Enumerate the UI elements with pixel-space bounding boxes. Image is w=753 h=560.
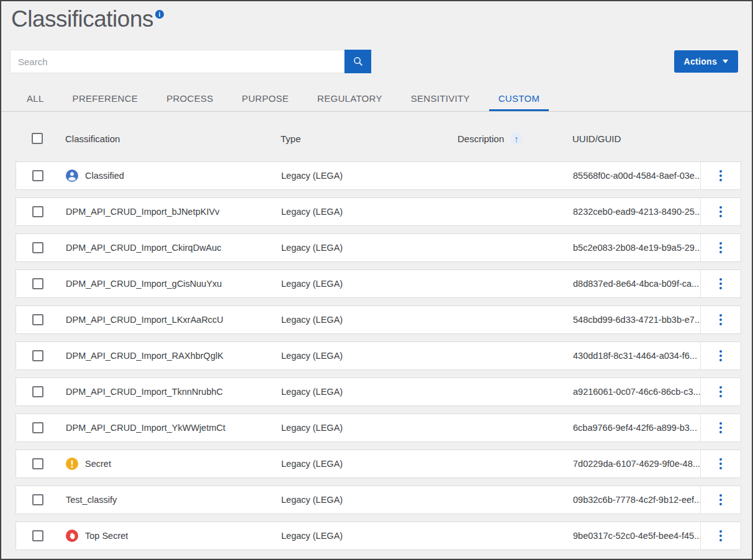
kebab-menu-icon (716, 346, 726, 365)
stop-hand-icon (66, 530, 78, 542)
row-name: DPM_API_CRUD_Import_CkirqDwAuc (66, 243, 222, 253)
row-type: Legacy (LEGA) (281, 351, 458, 361)
tab-purpose[interactable]: PURPOSE (233, 87, 298, 111)
tab-preference[interactable]: PREFERENCE (63, 87, 148, 111)
row-checkbox[interactable] (32, 242, 43, 253)
row-type: Legacy (LEGA) (281, 207, 458, 217)
row-checkbox[interactable] (32, 170, 43, 181)
select-all-checkbox[interactable] (32, 133, 43, 144)
header-checkbox-cell (16, 133, 65, 144)
column-header-description[interactable]: Description (458, 133, 504, 144)
row-type: Legacy (LEGA) (281, 531, 458, 541)
row-checkbox-cell (16, 242, 66, 253)
row-type: Legacy (LEGA) (281, 171, 458, 181)
row-checkbox[interactable] (32, 350, 43, 361)
row-uuid: 430dd18f-8c31-4464-a034-f6... (573, 351, 700, 361)
row-uuid: 09b32c6b-7778-4c2f-9b12-eef... (573, 495, 700, 505)
table-row[interactable]: DPM_API_CRUD_Import_gCisNuuYxu Legacy (L… (16, 269, 741, 298)
row-menu-button[interactable] (700, 234, 741, 261)
tab-regulatory[interactable]: REGULATORY (308, 87, 392, 111)
table-row[interactable]: DPM_API_CRUD_Import_CkirqDwAuc Legacy (L… (16, 233, 741, 262)
tab-sensitivity[interactable]: SENSITIVITY (402, 87, 479, 111)
row-type: Legacy (LEGA) (281, 495, 458, 505)
row-checkbox[interactable] (32, 458, 43, 469)
row-checkbox[interactable] (32, 386, 43, 397)
tab-process[interactable]: PROCESS (157, 87, 222, 111)
kebab-menu-icon (716, 310, 726, 329)
row-type: Legacy (LEGA) (281, 243, 458, 253)
kebab-menu-icon (716, 382, 726, 401)
row-menu-button[interactable] (700, 450, 741, 477)
row-checkbox[interactable] (32, 494, 43, 505)
row-name: DPM_API_CRUD_Import_TknnNrubhC (66, 387, 223, 397)
table-row[interactable]: DPM_API_CRUD_Import_LKxrAaRccU Legacy (L… (16, 305, 741, 334)
row-menu-button[interactable] (700, 414, 741, 441)
row-checkbox-cell (16, 170, 66, 181)
table-row[interactable]: DPM_API_CRUD_Import_RAXhbrQglK Legacy (L… (16, 341, 741, 370)
kebab-menu-icon (716, 526, 726, 545)
table-row[interactable]: DPM_API_CRUD_Import_YkWWjetmCt Legacy (L… (16, 413, 741, 442)
row-uuid: d8d837ed-8e64-4bca-b09f-ca... (573, 279, 700, 289)
search-input[interactable] (10, 50, 345, 73)
tab-all[interactable]: ALL (17, 87, 53, 111)
row-name: DPM_API_CRUD_Import_gCisNuuYxu (66, 279, 222, 289)
kebab-menu-icon (716, 454, 726, 473)
table-row[interactable]: DPM_API_CRUD_Import_TknnNrubhC Legacy (L… (16, 377, 741, 406)
row-checkbox-cell (16, 206, 66, 217)
row-checkbox-cell (16, 458, 66, 469)
row-name: DPM_API_CRUD_Import_bJNetpKIVv (66, 207, 219, 217)
tab-custom[interactable]: CUSTOM (489, 87, 549, 111)
row-checkbox-cell (16, 386, 66, 397)
row-menu-button[interactable] (700, 162, 741, 189)
table-row[interactable]: Secret Legacy (LEGA) 7d0229da-6107-4629-… (16, 449, 741, 478)
row-checkbox-cell (16, 494, 66, 505)
row-checkbox[interactable] (32, 206, 43, 217)
kebab-menu-icon (716, 418, 726, 437)
sort-ascending-icon[interactable]: ↑ (510, 132, 523, 145)
row-menu-button[interactable] (700, 270, 741, 297)
row-menu-button[interactable] (700, 306, 741, 333)
row-checkbox[interactable] (32, 314, 43, 325)
table-body: Classified Legacy (LEGA) 85568f0c-a00d-4… (1, 161, 752, 550)
row-menu-button[interactable] (700, 522, 741, 549)
row-menu-button[interactable] (700, 378, 741, 405)
actions-button[interactable]: Actions (674, 50, 738, 73)
column-header-classification[interactable]: Classification (65, 133, 120, 144)
warning-icon (66, 458, 78, 470)
search-button[interactable] (345, 50, 371, 73)
row-checkbox[interactable] (32, 530, 43, 541)
row-type: Legacy (LEGA) (281, 459, 458, 469)
row-checkbox[interactable] (32, 422, 43, 433)
row-type: Legacy (LEGA) (281, 279, 458, 289)
kebab-menu-icon (716, 238, 726, 257)
row-menu-button[interactable] (700, 198, 741, 225)
info-icon[interactable]: i (155, 10, 164, 19)
row-name: Test_classify (66, 495, 117, 505)
search-box (10, 50, 371, 73)
column-header-uuid[interactable]: UUID/GUID (572, 133, 621, 144)
row-name: DPM_API_CRUD_Import_RAXhbrQglK (66, 351, 223, 361)
row-type: Legacy (LEGA) (281, 387, 458, 397)
globe-icon (66, 169, 78, 182)
row-checkbox-cell (16, 530, 66, 541)
row-name: DPM_API_CRUD_Import_LKxrAaRccU (66, 315, 223, 325)
table-row[interactable]: Top Secret Legacy (LEGA) 9be0317c-52c0-4… (16, 522, 741, 550)
row-type: Legacy (LEGA) (281, 423, 458, 433)
row-uuid: 548cbd99-6d33-4721-bb3b-e7... (573, 315, 700, 325)
table-row[interactable]: Classified Legacy (LEGA) 85568f0c-a00d-4… (16, 161, 741, 190)
row-uuid: 85568f0c-a00d-4584-8aef-03e... (573, 171, 700, 181)
row-name: Classified (85, 171, 124, 181)
table-row[interactable]: DPM_API_CRUD_Import_bJNetpKIVv Legacy (L… (16, 197, 741, 226)
row-uuid: b5c2e083-2b08-4e19-b9a5-29... (573, 243, 700, 253)
column-header-type[interactable]: Type (281, 133, 301, 144)
row-name: Secret (85, 459, 111, 469)
toolbar: Actions (10, 50, 738, 73)
row-checkbox[interactable] (32, 278, 43, 289)
row-menu-button[interactable] (700, 486, 741, 513)
row-uuid: 8232ceb0-ead9-4213-8490-25... (573, 207, 700, 217)
row-menu-button[interactable] (700, 342, 741, 369)
table-row[interactable]: Test_classify Legacy (LEGA) 09b32c6b-777… (16, 485, 741, 514)
row-uuid: 9be0317c-52c0-4e5f-bee4-f45... (573, 531, 700, 541)
actions-button-label: Actions (684, 56, 717, 66)
row-type: Legacy (LEGA) (281, 315, 458, 325)
